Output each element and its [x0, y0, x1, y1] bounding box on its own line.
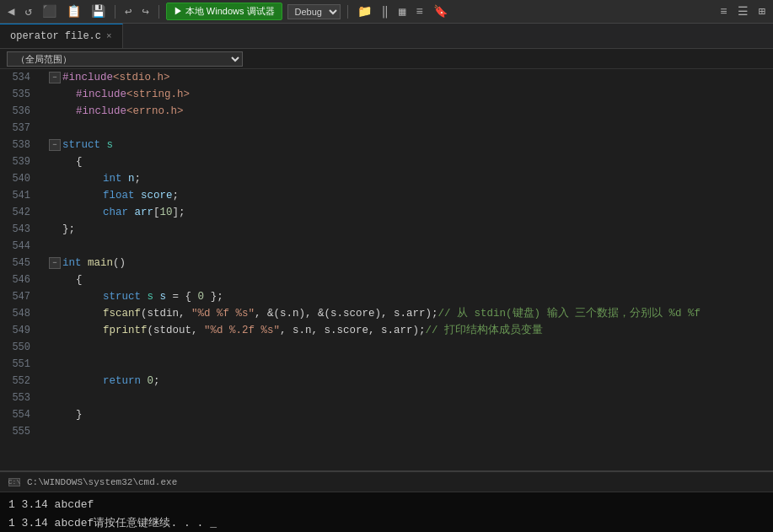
toolbar-icon-hamburger[interactable]: ☰ — [735, 4, 751, 19]
code-line — [49, 339, 773, 356]
code-area[interactable]: −#include<stdio.h>#include<string.h>#inc… — [42, 69, 773, 470]
toolbar-icon-back[interactable]: ◀ — [5, 4, 17, 19]
scope-bar: （全局范围） — [0, 49, 773, 69]
line-number: 535 — [7, 86, 35, 103]
line-number: 555 — [7, 423, 35, 440]
code-content: }; — [62, 221, 75, 238]
code-line: #include<string.h> — [49, 86, 773, 103]
line-number: 546 — [7, 271, 35, 288]
toolbar-icon-folder[interactable]: 📁 — [355, 4, 374, 19]
code-line: }; — [49, 221, 773, 238]
code-line: −#include<stdio.h> — [49, 69, 773, 86]
tab-close-button[interactable]: × — [106, 31, 112, 41]
line-number: 553 — [7, 390, 35, 406]
code-line: int n; — [49, 170, 773, 187]
code-line: } — [49, 406, 773, 423]
toolbar-icon-refresh[interactable]: ↺ — [22, 4, 34, 19]
editor-gutter — [0, 69, 7, 470]
toolbar-icon-grid[interactable]: ▦ — [396, 4, 408, 19]
terminal-line-2: 1 3.14 abcdef请按任意键继续. . . _ — [8, 514, 765, 532]
toolbar-icon-parallel[interactable]: ‖ — [379, 4, 391, 19]
line-number: 552 — [7, 373, 35, 390]
toolbar-separator-2 — [158, 5, 159, 19]
line-number: 550 — [7, 339, 35, 356]
line-number: 539 — [7, 153, 35, 170]
fold-marker[interactable]: − — [49, 257, 61, 269]
code-content: int n; — [103, 170, 141, 187]
fold-marker[interactable]: − — [49, 139, 61, 151]
toolbar-separator-1 — [115, 5, 115, 19]
code-line — [49, 238, 773, 255]
terminal-body[interactable]: 1 3.14 abcdef 1 3.14 abcdef请按任意键继续. . . … — [0, 492, 773, 532]
code-line: fprintf(stdout, "%d %.2f %s", s.n, s.sco… — [49, 322, 773, 339]
code-content: float score; — [103, 187, 179, 204]
fold-marker[interactable]: − — [49, 72, 61, 83]
code-line: struct s s = { 0 }; — [49, 288, 773, 305]
code-content: struct s s = { 0 }; — [103, 288, 223, 305]
line-number: 542 — [7, 204, 35, 221]
line-number: 548 — [7, 305, 35, 322]
toolbar-icon-save[interactable]: 💾 — [89, 4, 108, 19]
toolbar-icon-menu2[interactable]: ≡ — [717, 5, 729, 19]
terminal-icon: C:\ — [8, 478, 20, 486]
code-content: struct s — [62, 137, 113, 153]
tab-filename: operator file.c — [10, 30, 101, 42]
terminal-title-bar: C:\ C:\WINDOWS\system32\cmd.exe — [0, 472, 773, 492]
terminal-line-1: 1 3.14 abcdef — [8, 496, 765, 514]
toolbar-right-icons: ≡ ☰ ⊞ — [717, 4, 768, 19]
code-content: #include<string.h> — [76, 86, 190, 103]
code-content: { — [76, 271, 83, 288]
toolbar-icon-copy[interactable]: 📋 — [64, 4, 83, 19]
code-line — [49, 390, 773, 406]
terminal-container: C:\ C:\WINDOWS\system32\cmd.exe 1 3.14 a… — [0, 470, 773, 532]
code-line: #include<errno.h> — [49, 103, 773, 120]
line-number: 534 — [7, 69, 35, 86]
line-number: 554 — [7, 406, 35, 423]
line-number: 544 — [7, 238, 35, 255]
debug-select[interactable]: Debug — [287, 4, 341, 19]
code-line: float score; — [49, 187, 773, 204]
code-line: return 0; — [49, 373, 773, 390]
tab-operator-file[interactable]: operator file.c × — [0, 24, 123, 48]
code-content: fprintf(stdout, "%d %.2f %s", s.n, s.sco… — [103, 322, 543, 339]
toolbar-icon-undo[interactable]: ↩ — [122, 4, 134, 19]
code-content: { — [76, 153, 83, 170]
code-line: −struct s — [49, 137, 773, 153]
line-number: 549 — [7, 322, 35, 339]
code-line — [49, 120, 773, 137]
line-numbers: 5345355365375385395405415425435445455465… — [7, 69, 42, 470]
toolbar-icon-menu[interactable]: ≡ — [413, 5, 425, 19]
line-number: 537 — [7, 120, 35, 137]
toolbar-separator-3 — [347, 5, 348, 19]
code-content: } — [76, 406, 83, 423]
line-number: 538 — [7, 137, 35, 153]
toolbar: ◀ ↺ ⬛ 📋 💾 ↩ ↪ ▶ 本地 Windows 调试器 Debug 📁 ‖… — [0, 0, 773, 24]
toolbar-icon-redo[interactable]: ↪ — [139, 4, 151, 19]
scope-dropdown[interactable]: （全局范围） — [7, 51, 243, 67]
code-line: { — [49, 153, 773, 170]
code-content: char arr[10]; — [103, 204, 185, 221]
line-number: 536 — [7, 103, 35, 120]
line-number: 540 — [7, 170, 35, 187]
line-number: 551 — [7, 356, 35, 373]
tab-bar: operator file.c × — [0, 24, 773, 49]
code-content: #include<stdio.h> — [62, 69, 170, 86]
code-content: int main() — [62, 255, 126, 271]
code-content: return 0; — [103, 373, 160, 390]
toolbar-icon-bookmark[interactable]: 🔖 — [431, 4, 450, 19]
run-button[interactable]: ▶ 本地 Windows 调试器 — [166, 3, 282, 20]
line-number: 541 — [7, 187, 35, 204]
code-line: fscanf(stdin, "%d %f %s", &(s.n), &(s.sc… — [49, 305, 773, 322]
line-number: 545 — [7, 255, 35, 271]
editor-container: 5345355365375385395405415425435445455465… — [0, 69, 773, 470]
line-number: 543 — [7, 221, 35, 238]
line-number: 547 — [7, 288, 35, 305]
code-line: −int main() — [49, 255, 773, 271]
code-content: fscanf(stdin, "%d %f %s", &(s.n), &(s.sc… — [103, 305, 701, 322]
code-line — [49, 423, 773, 440]
code-line — [49, 356, 773, 373]
toolbar-icon-stop[interactable]: ⬛ — [40, 4, 59, 19]
code-line: { — [49, 271, 773, 288]
terminal-title: C:\WINDOWS\system32\cmd.exe — [27, 477, 177, 487]
toolbar-icon-grid2[interactable]: ⊞ — [756, 4, 768, 19]
